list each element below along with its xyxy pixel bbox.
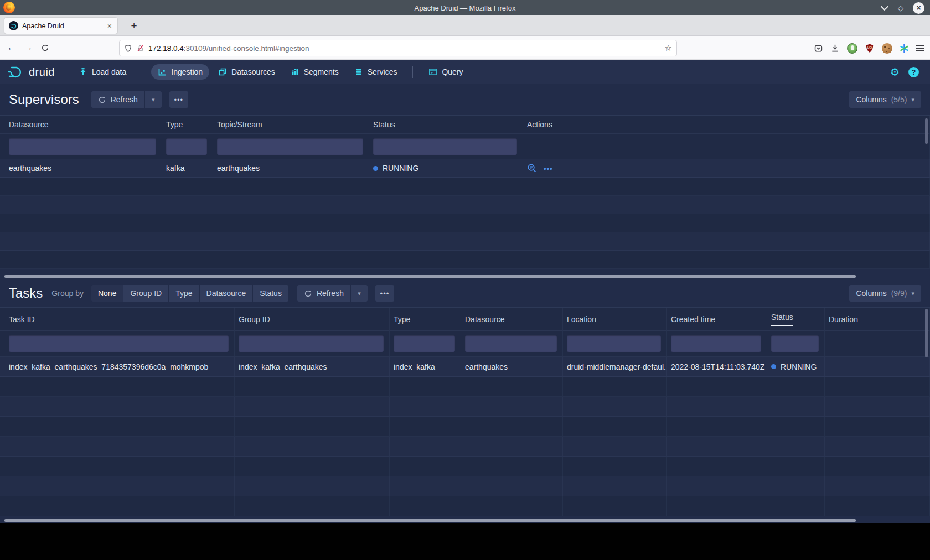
- column-header[interactable]: Topic/Stream: [213, 116, 369, 134]
- url-text[interactable]: 172.18.0.4:30109/unified-console.html#in…: [148, 44, 661, 53]
- nav-item-services[interactable]: Services: [348, 64, 404, 80]
- task-row[interactable]: index_kafka_earthquakes_7184357396d6c0a_…: [0, 357, 930, 377]
- firefox-window: Apache Druid — Mozilla Firefox ◇ × Apach…: [0, 0, 930, 560]
- bookmark-star-icon[interactable]: ☆: [665, 43, 672, 53]
- tasks-refresh-dropdown-button[interactable]: ▾: [351, 285, 368, 302]
- group-by-none-button[interactable]: None: [91, 285, 123, 302]
- new-tab-button[interactable]: +: [126, 18, 142, 34]
- column-header-sorted[interactable]: Status: [767, 308, 825, 331]
- supervisor-status[interactable]: RUNNING: [369, 159, 523, 177]
- supervisors-horizontal-scrollbar[interactable]: [4, 275, 856, 278]
- supervisors-title: Supervisors: [9, 92, 79, 107]
- url-path: :30109/unified-console.html#ingestion: [184, 44, 309, 53]
- column-header[interactable]: Datasource: [461, 308, 563, 331]
- filter-task-id-input[interactable]: [9, 335, 229, 352]
- filter-type-input[interactable]: [166, 138, 207, 155]
- tasks-more-button[interactable]: •••: [375, 285, 394, 302]
- group-by-status-button[interactable]: Status: [253, 285, 288, 302]
- task-status[interactable]: RUNNING: [767, 357, 825, 376]
- reload-button[interactable]: [37, 44, 53, 52]
- inspect-magnifier-icon[interactable]: [527, 163, 537, 173]
- tasks-columns-button[interactable]: Columns (9/9) ▾: [849, 285, 921, 302]
- supervisors-columns-button[interactable]: Columns (5/5) ▾: [849, 91, 921, 108]
- settings-gear-icon[interactable]: ⚙: [890, 66, 900, 79]
- privacy-badger-icon[interactable]: [847, 43, 857, 54]
- filter-group-id-input[interactable]: [239, 335, 384, 352]
- container-asterisk-icon[interactable]: [900, 44, 909, 53]
- filter-topic-input[interactable]: [217, 138, 363, 155]
- window-close-icon[interactable]: ×: [913, 2, 924, 14]
- nav-item-query[interactable]: Query: [422, 64, 469, 80]
- filter-status-input[interactable]: [373, 138, 517, 155]
- column-header[interactable]: Status: [369, 116, 523, 134]
- nav-item-segments[interactable]: Segments: [284, 64, 345, 80]
- menu-icon[interactable]: [916, 45, 924, 51]
- tasks-filter-row: [0, 331, 930, 357]
- column-header[interactable]: Type: [390, 308, 461, 331]
- filter-location-input[interactable]: [567, 335, 661, 352]
- supervisors-refresh-dropdown-button[interactable]: ▾: [145, 91, 162, 108]
- nav-item-datasources[interactable]: Datasources: [211, 64, 282, 80]
- window-maximize-icon[interactable]: ◇: [898, 4, 903, 12]
- column-header[interactable]: Duration: [825, 308, 872, 331]
- group-by-datasource-button[interactable]: Datasource: [200, 285, 253, 302]
- tasks-vertical-scrollbar[interactable]: [925, 309, 928, 357]
- nav-item-load-data[interactable]: Load data: [72, 64, 133, 80]
- druid-navbar: druid Load data Ingestion Datasources Se…: [0, 60, 930, 84]
- tab-bar: Apache Druid × +: [0, 15, 930, 35]
- downloads-icon[interactable]: [830, 44, 840, 53]
- column-header[interactable]: Actions: [523, 116, 930, 134]
- supervisor-actions: •••: [523, 159, 930, 177]
- column-header[interactable]: Type: [162, 116, 213, 134]
- supervisor-type[interactable]: kafka: [162, 159, 213, 177]
- table-row-empty: [0, 232, 930, 251]
- row-more-actions-icon[interactable]: •••: [544, 164, 553, 173]
- supervisor-topic[interactable]: earthquakes: [213, 159, 369, 177]
- query-icon: [428, 68, 437, 76]
- filter-datasource-input[interactable]: [9, 138, 156, 155]
- filter-type-input[interactable]: [394, 335, 455, 352]
- filter-created-time-input[interactable]: [671, 335, 761, 352]
- group-by-type-button[interactable]: Type: [169, 285, 199, 302]
- back-button[interactable]: ←: [3, 42, 20, 53]
- column-header[interactable]: Datasource: [0, 116, 162, 134]
- pocket-icon[interactable]: [814, 44, 823, 53]
- filter-status-input[interactable]: [771, 335, 819, 352]
- column-header[interactable]: Location: [563, 308, 667, 331]
- supervisors-refresh-button[interactable]: Refresh: [91, 91, 144, 108]
- filter-datasource-input[interactable]: [465, 335, 557, 352]
- supervisor-datasource[interactable]: earthquakes: [0, 159, 162, 177]
- browser-tab-apache-druid[interactable]: Apache Druid ×: [4, 18, 117, 34]
- window-title: Apache Druid — Mozilla Firefox: [0, 4, 930, 12]
- column-header[interactable]: Group ID: [235, 308, 390, 331]
- cookie-autodelete-icon[interactable]: [882, 43, 892, 54]
- insecure-lock-icon[interactable]: [136, 44, 144, 53]
- task-location[interactable]: druid-middlemanager-defaul...: [563, 357, 667, 376]
- tasks-header-row: Task ID Group ID Type Datasource Locatio…: [0, 307, 930, 331]
- column-header[interactable]: Task ID: [0, 308, 235, 331]
- tracking-shield-icon[interactable]: [124, 44, 132, 53]
- task-type[interactable]: index_kafka: [390, 357, 461, 376]
- nav-item-ingestion[interactable]: Ingestion: [151, 64, 209, 80]
- task-id[interactable]: index_kafka_earthquakes_7184357396d6c0a_…: [0, 357, 235, 376]
- supervisors-more-button[interactable]: •••: [169, 91, 188, 108]
- tasks-horizontal-scrollbar[interactable]: [4, 519, 856, 522]
- task-group-id[interactable]: index_kafka_earthquakes: [235, 357, 390, 376]
- task-datasource[interactable]: earthquakes: [461, 357, 563, 376]
- supervisors-header-row: Datasource Type Topic/Stream Status Acti…: [0, 115, 930, 134]
- column-header[interactable]: Created time: [667, 308, 767, 331]
- druid-brand[interactable]: druid: [8, 65, 55, 79]
- tasks-refresh-button[interactable]: Refresh: [297, 285, 350, 302]
- supervisors-vertical-scrollbar[interactable]: [925, 118, 928, 144]
- supervisor-row[interactable]: earthquakes kafka earthquakes RUNNING ••…: [0, 159, 930, 178]
- help-icon[interactable]: ?: [908, 67, 919, 77]
- ublock-origin-icon[interactable]: UO: [865, 43, 875, 53]
- tab-close-icon[interactable]: ×: [106, 22, 113, 30]
- tasks-title: Tasks: [9, 286, 43, 301]
- supervisors-table: Datasource Type Topic/Stream Status Acti…: [0, 115, 930, 269]
- task-duration[interactable]: [825, 357, 872, 376]
- brand-label: druid: [29, 66, 55, 79]
- url-bar[interactable]: 172.18.0.4:30109/unified-console.html#in…: [119, 40, 677, 56]
- task-created-time[interactable]: 2022-08-15T14:11:03.740Z: [667, 357, 767, 376]
- group-by-group-id-button[interactable]: Group ID: [123, 285, 168, 302]
